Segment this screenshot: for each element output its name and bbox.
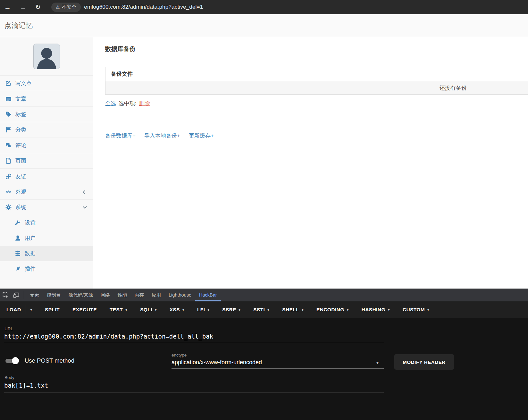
delete-link[interactable]: 删除 — [139, 100, 150, 107]
url-input[interactable]: http://emlog600.com:82/admin/data.php?ac… — [4, 333, 384, 343]
body-input[interactable]: bak[1]=1.txt — [4, 382, 384, 392]
security-badge[interactable]: ⚠ 不安全 — [51, 3, 81, 12]
menu-label: XSS — [170, 307, 180, 313]
sidebar-subitem-settings[interactable]: 设置 — [0, 215, 93, 231]
menu-execute[interactable]: EXECUTE — [72, 307, 97, 313]
menu-label: CUSTOM — [403, 307, 425, 313]
tab-elements[interactable]: 元素 — [26, 289, 43, 301]
sidebar-item-label: 设置 — [25, 219, 36, 226]
menu-divider — [26, 305, 26, 315]
caret-down-icon: ▾ — [207, 308, 209, 312]
selected-label: 选中项: — [119, 100, 137, 107]
address-url[interactable]: emlog600.com:82/admin/data.php?active_de… — [84, 4, 203, 10]
hackbar-menubar: LOAD ▾ SPLIT EXECUTE TEST ▾ SQLI ▾ XSS ▾… — [0, 301, 528, 318]
articles-icon — [5, 96, 12, 102]
forward-icon[interactable]: → — [20, 4, 27, 11]
dropdown-arrow-icon: ▼ — [376, 361, 379, 365]
sidebar-item-label: 标签 — [15, 111, 26, 118]
caret-down-icon[interactable]: ▾ — [30, 308, 32, 312]
menu-encoding[interactable]: ENCODING ▾ — [316, 307, 349, 313]
menu-test[interactable]: TEST ▾ — [110, 307, 127, 313]
empty-state-text: 还没有备份 — [440, 84, 467, 92]
browser-toolbar: ← → ↻ ⚠ 不安全 emlog600.com:82/admin/data.p… — [0, 0, 528, 14]
page-body: 写文章 文章 标签 — [0, 37, 528, 289]
sidebar-item-articles[interactable]: 文章 — [0, 91, 93, 106]
database-icon — [14, 250, 21, 256]
caret-down-icon: ▾ — [302, 308, 304, 312]
menu-hashing[interactable]: HASHING ▾ — [362, 307, 390, 313]
inspect-element-icon[interactable] — [0, 289, 11, 301]
menu-sqli[interactable]: SQLI ▾ — [140, 307, 157, 313]
menu-ssrf[interactable]: SSRF ▾ — [222, 307, 240, 313]
sidebar-item-tags[interactable]: 标签 — [0, 106, 93, 122]
tab-hackbar[interactable]: HackBar — [195, 289, 221, 301]
tab-application[interactable]: 应用 — [148, 289, 165, 301]
url-label: URL — [4, 326, 13, 331]
sidebar-item-system[interactable]: 系统 — [0, 199, 93, 215]
sidebar-item-label: 数据 — [25, 250, 36, 257]
tab-sources[interactable]: 源代码/来源 — [65, 289, 97, 301]
sidebar-item-appearance[interactable]: 外观 — [0, 184, 93, 199]
warning-icon: ⚠ — [56, 4, 60, 10]
users-icon — [14, 235, 21, 241]
tab-performance[interactable]: 性能 — [114, 289, 131, 301]
appearance-eye-icon — [5, 189, 12, 195]
menu-label: SHELL — [282, 307, 299, 313]
caret-down-icon: ▾ — [388, 308, 390, 312]
sidebar-subitem-data[interactable]: 数据 — [0, 246, 93, 261]
sidebar-item-label: 外观 — [15, 188, 26, 196]
table-header-cell: 备份文件 — [105, 67, 528, 81]
enctype-label: enctype — [172, 353, 187, 357]
sidebar-subitem-users[interactable]: 用户 — [0, 231, 93, 246]
menu-custom[interactable]: CUSTOM ▾ — [403, 307, 429, 313]
avatar-wrap — [0, 37, 93, 75]
menu-ssti[interactable]: SSTI ▾ — [253, 307, 269, 313]
site-title[interactable]: 点滴记忆 — [4, 21, 33, 30]
modify-header-button[interactable]: MODIFY HEADER — [394, 354, 454, 370]
post-method-row: Use POST method — [4, 357, 74, 365]
enctype-select[interactable]: application/x-www-form-urlencoded ▼ — [172, 359, 384, 369]
select-all-link[interactable]: 全选 — [105, 100, 116, 107]
menu-shell[interactable]: SHELL ▾ — [282, 307, 304, 313]
sidebar-item-label: 用户 — [25, 234, 36, 242]
tab-console[interactable]: 控制台 — [43, 289, 65, 301]
refresh-cache-link[interactable]: 更新缓存+ — [189, 132, 214, 139]
use-post-toggle[interactable] — [4, 357, 19, 365]
chevron-left-icon — [83, 190, 87, 194]
menu-label: TEST — [110, 307, 123, 313]
actions-row: 备份数据库+ 导入本地备份+ 更新缓存+ — [105, 132, 214, 139]
sidebar-item-pages[interactable]: 页面 — [0, 153, 93, 168]
import-local-backup-link[interactable]: 导入本地备份+ — [144, 132, 180, 139]
settings-wrench-icon — [14, 220, 21, 226]
menu-label: LFI — [197, 307, 205, 313]
sidebar-subitem-plugins[interactable]: 插件 — [0, 261, 93, 277]
admin-sidebar: 写文章 文章 标签 — [0, 37, 93, 289]
sidebar-item-comments[interactable]: 评论 — [0, 138, 93, 153]
compose-icon — [5, 80, 12, 86]
caret-down-icon: ▾ — [155, 308, 157, 312]
chevron-down-icon — [83, 205, 87, 209]
caret-down-icon: ▾ — [182, 308, 184, 312]
tab-lighthouse[interactable]: Lighthouse — [165, 289, 195, 301]
menu-lfi[interactable]: LFI ▾ — [197, 307, 209, 313]
sidebar-item-write-post[interactable]: 写文章 — [0, 75, 93, 91]
menu-xss[interactable]: XSS ▾ — [170, 307, 184, 313]
menu-split[interactable]: SPLIT — [45, 307, 60, 313]
tab-memory[interactable]: 内存 — [131, 289, 148, 301]
page-title: 数据库备份 — [105, 45, 136, 53]
menu-label: HASHING — [362, 307, 385, 313]
sidebar-item-links[interactable]: 友链 — [0, 168, 93, 184]
person-silhouette-icon — [34, 44, 60, 69]
system-gear-icon — [5, 204, 12, 210]
tab-network[interactable]: 网络 — [97, 289, 114, 301]
toolbar-divider — [24, 291, 24, 299]
back-icon[interactable]: ← — [4, 4, 11, 11]
backup-database-link[interactable]: 备份数据库+ — [105, 132, 136, 139]
sidebar-item-label: 分类 — [15, 126, 26, 133]
sidebar-item-categories[interactable]: 分类 — [0, 122, 93, 137]
device-toolbar-icon[interactable] — [11, 289, 22, 301]
table-empty-row: 还没有备份 — [105, 81, 528, 94]
menu-load[interactable]: LOAD — [6, 307, 21, 313]
refresh-icon[interactable]: ↻ — [35, 4, 41, 10]
security-label: 不安全 — [62, 4, 76, 10]
